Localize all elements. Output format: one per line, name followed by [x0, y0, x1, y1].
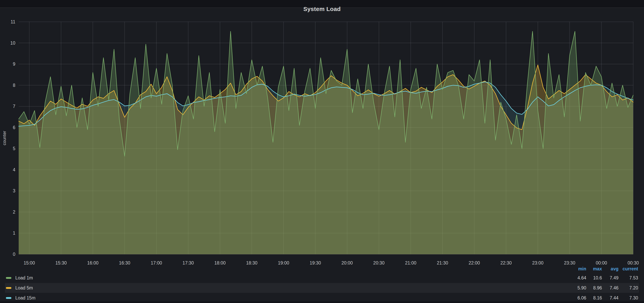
- series-swatch-load-5m[interactable]: [6, 287, 12, 289]
- stat-current: 7.53: [618, 275, 638, 280]
- x-tick-label: 00:30: [628, 260, 639, 266]
- series-name[interactable]: Load 1m: [15, 275, 33, 280]
- y-tick-label: 5: [13, 146, 15, 151]
- y-tick-label: 11: [10, 19, 15, 24]
- y-tick-label: 2: [13, 210, 15, 214]
- legend-row-load-15m[interactable]: Load 15m 6.06 8.16 7.44 7.30: [5, 293, 639, 303]
- x-tick-label: 16:30: [119, 260, 130, 266]
- x-tick-label: 16:00: [87, 260, 98, 266]
- y-tick-label: 6: [13, 125, 15, 130]
- y-tick-label: 10: [10, 40, 15, 46]
- x-tick-label: 21:00: [405, 260, 416, 266]
- stat-max: 10.6: [586, 275, 602, 280]
- x-tick-label: 23:00: [532, 260, 544, 266]
- series-name[interactable]: Load 15m: [15, 295, 35, 301]
- x-tick-label: 20:00: [342, 260, 353, 266]
- legend-header: min max avg current: [5, 265, 639, 272]
- stat-max: 8.16: [586, 295, 602, 301]
- x-tick-label: 17:30: [182, 260, 194, 266]
- x-tick-label: 21:30: [437, 260, 448, 266]
- series-swatch-load-15m[interactable]: [6, 297, 12, 299]
- legend-col-current[interactable]: current: [618, 266, 638, 272]
- x-tick-label: 20:30: [373, 260, 385, 266]
- stat-max: 8.96: [586, 285, 602, 290]
- stat-min: 5.90: [568, 285, 586, 290]
- y-tick-label: 9: [13, 62, 15, 66]
- y-tick-label: 1: [13, 230, 15, 236]
- y-tick-label: 3: [13, 188, 15, 193]
- stat-avg: 7.44: [602, 295, 618, 301]
- legend-row-load-5m[interactable]: Load 5m 5.90 8.96 7.46 7.20: [5, 283, 639, 293]
- legend-col-max[interactable]: max: [586, 266, 602, 272]
- x-tick-label: 22:30: [500, 260, 512, 266]
- x-tick-label: 18:30: [246, 260, 258, 266]
- y-axis-label: counter: [2, 131, 7, 145]
- stat-avg: 7.49: [602, 275, 618, 280]
- series-area-load-1m: [19, 31, 633, 254]
- stat-min: 4.64: [568, 275, 586, 280]
- x-tick-label: 19:30: [310, 260, 321, 266]
- series-name[interactable]: Load 5m: [15, 285, 33, 290]
- time-series-chart[interactable]: 0123456789101115:0015:3016:0016:3017:001…: [0, 0, 644, 303]
- y-tick-label: 0: [13, 252, 15, 257]
- x-tick-label: 23:30: [564, 260, 576, 266]
- x-tick-label: 22:00: [468, 260, 480, 266]
- x-tick-label: 00:00: [596, 260, 607, 266]
- x-tick-label: 18:00: [214, 260, 226, 266]
- stat-current: 7.20: [618, 285, 638, 290]
- x-tick-label: 19:00: [278, 260, 289, 266]
- legend-col-min[interactable]: min: [568, 266, 586, 272]
- stat-current: 7.30: [618, 295, 638, 301]
- x-tick-label: 15:00: [24, 260, 35, 266]
- series-swatch-load-1m[interactable]: [6, 277, 12, 279]
- x-tick-label: 17:00: [151, 260, 162, 266]
- y-tick-label: 4: [13, 167, 15, 172]
- legend-row-load-1m[interactable]: Load 1m 4.64 10.6 7.49 7.53: [5, 273, 639, 283]
- legend-col-avg[interactable]: avg: [602, 266, 618, 272]
- y-tick-label: 8: [13, 83, 15, 88]
- y-tick-label: 7: [13, 104, 15, 109]
- stat-avg: 7.46: [602, 285, 618, 290]
- stat-min: 6.06: [568, 295, 586, 301]
- x-tick-label: 15:30: [56, 260, 67, 266]
